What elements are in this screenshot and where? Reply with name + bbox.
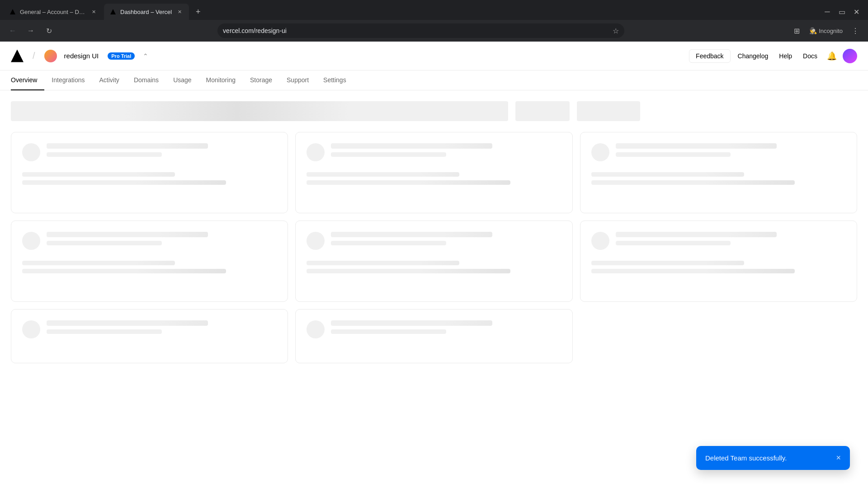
card-subtitle-skeleton-8: [331, 329, 446, 334]
cards-grid: [11, 132, 857, 363]
back-button[interactable]: ←: [5, 23, 20, 38]
card-body-line1-5: [307, 261, 459, 265]
feedback-button[interactable]: Feedback: [689, 49, 730, 63]
card-header-4: [22, 232, 277, 250]
minimize-button[interactable]: ─: [821, 5, 834, 18]
card-header-lines-1: [47, 143, 277, 157]
card-avatar-skeleton-3: [591, 143, 609, 161]
card-subtitle-skeleton-2: [331, 152, 446, 157]
forward-button[interactable]: →: [24, 23, 38, 38]
more-options-button[interactable]: ⋮: [848, 23, 863, 38]
star-icon[interactable]: ☆: [613, 27, 619, 35]
toast-message: Deleted Team successfully.: [705, 454, 787, 462]
subnav-item-storage[interactable]: Storage: [243, 70, 279, 90]
toolbar-icons: ⊞ 🕵 Incognito ⋮: [789, 23, 863, 38]
card-header-7: [22, 320, 277, 338]
tab-bar: General – Account – Dashboa… ✕ Dashboard…: [0, 0, 868, 20]
subnav-item-integrations[interactable]: Integrations: [44, 70, 92, 90]
card-header-8: [307, 320, 561, 338]
main-content: [0, 90, 868, 374]
card-header-lines-4: [47, 232, 277, 245]
card-title-skeleton-5: [331, 232, 492, 237]
app: / redesign UI Pro Trial ⌃ Feedback Chang…: [0, 42, 868, 488]
card-avatar-skeleton-6: [591, 232, 609, 250]
card-avatar-skeleton-4: [22, 232, 40, 250]
toast-notification: Deleted Team successfully. ×: [696, 446, 850, 470]
card-body-line2-6: [591, 269, 795, 273]
profile-switcher-button[interactable]: ⊞: [789, 23, 804, 38]
card-body-line1-1: [22, 172, 175, 177]
browser-tab-2[interactable]: Dashboard – Vercel ✕: [104, 4, 189, 20]
card-header-2: [307, 143, 561, 161]
card-body-line2-4: [22, 269, 226, 273]
project-name: redesign UI: [64, 52, 99, 60]
card-body-1: [22, 172, 277, 185]
browser-tab-1[interactable]: General – Account – Dashboa… ✕: [4, 4, 103, 20]
new-tab-button[interactable]: +: [192, 5, 204, 18]
card-body-5: [307, 261, 561, 273]
user-avatar[interactable]: [843, 49, 857, 63]
changelog-link[interactable]: Changelog: [734, 50, 772, 62]
subnav-item-overview[interactable]: Overview: [11, 70, 44, 90]
tab-label-1: General – Account – Dashboa…: [20, 9, 86, 15]
tab-bar-left: General – Account – Dashboa… ✕ Dashboard…: [0, 4, 821, 20]
incognito-icon: 🕵: [809, 27, 817, 34]
project-card-4[interactable]: [11, 221, 288, 302]
vercel-logo[interactable]: [11, 50, 24, 62]
tab-label-2: Dashboard – Vercel: [120, 9, 172, 15]
subnav-item-usage[interactable]: Usage: [166, 70, 198, 90]
card-header-lines-2: [331, 143, 561, 157]
project-card-7[interactable]: [11, 309, 288, 363]
project-card-5[interactable]: [295, 221, 572, 302]
tab-close-1[interactable]: ✕: [90, 8, 98, 16]
card-title-skeleton-6: [616, 232, 777, 237]
card-body-6: [591, 261, 846, 273]
card-body-line1-2: [307, 172, 459, 177]
card-body-line2-1: [22, 180, 226, 185]
help-link[interactable]: Help: [775, 50, 796, 62]
subnav-item-activity[interactable]: Activity: [92, 70, 127, 90]
card-body-line1-4: [22, 261, 175, 265]
card-header-lines-5: [331, 232, 561, 245]
close-window-button[interactable]: ✕: [850, 5, 863, 18]
project-card-3[interactable]: [580, 132, 857, 213]
subnav-item-monitoring[interactable]: Monitoring: [199, 70, 243, 90]
reload-button[interactable]: ↻: [42, 23, 56, 38]
card-title-skeleton-7: [47, 320, 208, 326]
subnav-item-settings[interactable]: Settings: [316, 70, 354, 90]
card-header-lines-6: [616, 232, 846, 245]
card-body-line1-3: [591, 172, 744, 177]
notifications-button[interactable]: 🔔: [825, 49, 839, 63]
incognito-button: 🕵 Incognito: [806, 23, 846, 38]
project-card-2[interactable]: [295, 132, 572, 213]
card-header-6: [591, 232, 846, 250]
tab-close-2[interactable]: ✕: [175, 8, 184, 16]
card-body-line2-5: [307, 269, 510, 273]
address-bar[interactable]: vercel.com/redesign-ui ☆: [217, 23, 624, 38]
pro-trial-badge[interactable]: Pro Trial: [108, 52, 135, 60]
toast-close-button[interactable]: ×: [836, 453, 841, 463]
nav-actions: Feedback Changelog Help Docs 🔔: [689, 49, 857, 63]
card-title-skeleton-4: [47, 232, 208, 237]
card-subtitle-skeleton-4: [47, 241, 162, 245]
card-avatar-skeleton-2: [307, 143, 325, 161]
project-chevron-button[interactable]: ⌃: [143, 52, 148, 60]
card-header-lines-7: [47, 320, 277, 334]
vercel-logo-icon: [10, 9, 15, 14]
filter-bar-skeleton-main: [11, 101, 508, 121]
project-card-8[interactable]: [295, 309, 572, 363]
project-card-1[interactable]: [11, 132, 288, 213]
card-subtitle-skeleton-7: [47, 329, 162, 334]
card-title-skeleton-1: [47, 143, 208, 149]
subnav-item-domains[interactable]: Domains: [127, 70, 166, 90]
card-avatar-skeleton-8: [307, 320, 325, 338]
project-card-6[interactable]: [580, 221, 857, 302]
browser-chrome: General – Account – Dashboa… ✕ Dashboard…: [0, 0, 868, 42]
subnav-item-support[interactable]: Support: [279, 70, 316, 90]
card-title-skeleton-3: [616, 143, 777, 149]
maximize-button[interactable]: ▭: [835, 5, 848, 18]
card-subtitle-skeleton-5: [331, 241, 446, 245]
window-controls: ─ ▭ ✕: [821, 5, 868, 18]
docs-link[interactable]: Docs: [799, 50, 821, 62]
filter-bar: [11, 101, 857, 121]
